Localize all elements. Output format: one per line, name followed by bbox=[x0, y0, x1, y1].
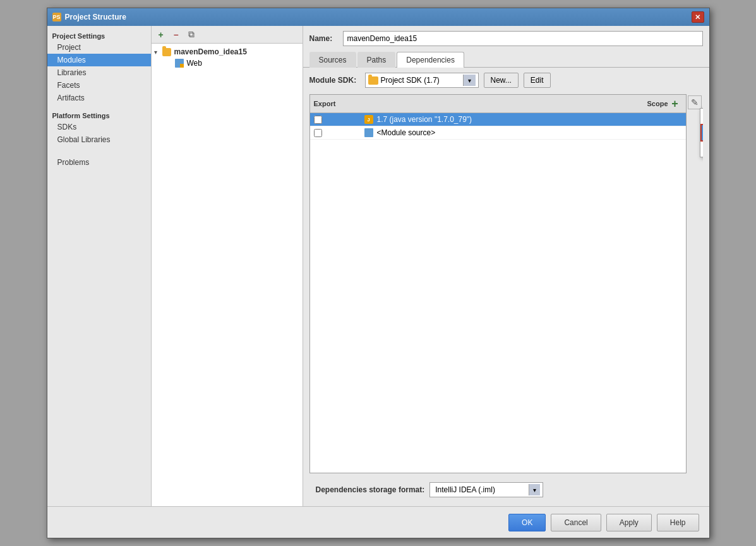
copy-module-button[interactable]: ⧉ bbox=[184, 28, 198, 42]
sidebar-item-artifacts[interactable]: Artifacts bbox=[47, 92, 151, 104]
add-module-button[interactable]: + bbox=[154, 28, 168, 42]
project-settings-heading: Project Settings bbox=[47, 30, 151, 41]
bottom-bar: OK Cancel Apply Help bbox=[47, 506, 709, 538]
sdk-select[interactable]: Project SDK (1.7) ▾ bbox=[365, 73, 479, 88]
dialog-title: Project Structure bbox=[65, 13, 692, 21]
module-folder-icon bbox=[162, 47, 172, 56]
module-sdk-label: Module SDK: bbox=[309, 76, 360, 85]
new-sdk-button[interactable]: New... bbox=[484, 73, 519, 88]
tab-paths[interactable]: Paths bbox=[357, 52, 396, 68]
sdk-dropdown-arrow[interactable]: ▾ bbox=[463, 75, 476, 86]
storage-format-label: Dependencies storage format: bbox=[316, 485, 425, 494]
sidebar-item-libraries[interactable]: Libraries bbox=[47, 66, 151, 79]
sidebar: Project Settings Project Modules Librari… bbox=[47, 26, 152, 506]
tree-root-item[interactable]: ▾ mavenDemo_idea15 bbox=[152, 46, 303, 58]
dependencies-content: Module SDK: Project SDK (1.7) ▾ New... E… bbox=[303, 68, 709, 506]
dep-source-export-cell bbox=[314, 129, 364, 137]
tree-arrow-icon: ▾ bbox=[154, 49, 162, 56]
source-icon bbox=[364, 128, 375, 137]
add-dep-button[interactable]: + bbox=[668, 97, 682, 111]
dep-export-checkbox[interactable] bbox=[314, 116, 322, 124]
tab-dependencies[interactable]: Dependencies bbox=[397, 52, 464, 68]
name-row: Name: bbox=[303, 26, 709, 51]
apply-button[interactable]: Apply bbox=[606, 514, 652, 531]
cancel-button[interactable]: Cancel bbox=[551, 514, 601, 531]
sdk-row: Module SDK: Project SDK (1.7) ▾ New... E… bbox=[309, 73, 703, 88]
add-dep-popup: 1 JARs or directories... 2 Library... bbox=[700, 108, 703, 157]
module-panel: + − ⧉ ▾ mavenDemo_idea15 bbox=[152, 26, 303, 506]
dep-source-export-checkbox[interactable] bbox=[314, 129, 322, 137]
sdk-value: Project SDK (1.7) bbox=[381, 76, 463, 85]
sidebar-item-global-libraries[interactable]: Global Libraries bbox=[47, 133, 151, 146]
dep-table: Export Scope + bbox=[309, 94, 687, 473]
web-item-label: Web bbox=[187, 59, 202, 68]
dep-row-source[interactable]: <Module source> bbox=[310, 126, 686, 140]
name-input[interactable] bbox=[343, 31, 703, 46]
jdk-icon: J bbox=[364, 115, 375, 124]
dep-export-cell bbox=[314, 116, 364, 124]
sidebar-item-problems[interactable]: Problems bbox=[47, 156, 151, 169]
web-module-icon bbox=[174, 59, 184, 68]
dep-source-label: <Module source> bbox=[377, 128, 606, 137]
add-dep-container: + bbox=[668, 97, 682, 111]
module-root-label: mavenDemo_idea15 bbox=[174, 47, 247, 56]
ok-button[interactable]: OK bbox=[508, 514, 546, 531]
dialog-icon: PS bbox=[52, 13, 61, 21]
dep-table-wrapper: Export Scope + bbox=[309, 94, 703, 473]
storage-dropdown-arrow[interactable]: ▾ bbox=[529, 484, 540, 495]
dep-row-jdk[interactable]: J 1.7 (java version "1.7.0_79") bbox=[310, 113, 686, 126]
popup-item-jars[interactable]: 1 JARs or directories... bbox=[700, 109, 703, 124]
remove-module-button[interactable]: − bbox=[169, 28, 183, 42]
dep-table-header: Export Scope + bbox=[310, 95, 686, 113]
col-export-header: Export bbox=[314, 100, 364, 107]
storage-select[interactable]: IntelliJ IDEA (.iml) ▾ bbox=[429, 482, 543, 497]
edit-dep-button[interactable]: ✎ bbox=[688, 95, 702, 109]
project-structure-dialog: PS Project Structure ✕ Project Settings … bbox=[47, 8, 710, 538]
dialog-body: Project Settings Project Modules Librari… bbox=[47, 26, 709, 506]
platform-settings-heading: Platform Settings bbox=[47, 109, 151, 121]
tree-child-container: Web bbox=[152, 58, 303, 69]
module-tree: ▾ mavenDemo_idea15 bbox=[152, 44, 303, 506]
edit-sdk-button[interactable]: Edit bbox=[524, 73, 551, 88]
col-scope-header: Scope bbox=[592, 100, 668, 107]
tabs-row: Sources Paths Dependencies bbox=[303, 51, 709, 68]
module-toolbar: + − ⧉ bbox=[152, 26, 303, 44]
content-panel: Name: Sources Paths Dependencies M bbox=[303, 26, 709, 506]
sidebar-item-sdks[interactable]: SDKs bbox=[47, 121, 151, 133]
name-label: Name: bbox=[309, 34, 338, 43]
sidebar-item-modules[interactable]: Modules bbox=[47, 54, 151, 66]
popup-item-module-dep[interactable]: 3 Module Dependency... bbox=[700, 142, 703, 157]
popup-item-library[interactable]: 2 Library... bbox=[700, 124, 703, 142]
sidebar-item-facets[interactable]: Facets bbox=[47, 79, 151, 92]
title-bar: PS Project Structure ✕ bbox=[47, 8, 709, 26]
tab-sources[interactable]: Sources bbox=[309, 52, 356, 68]
help-button[interactable]: Help bbox=[657, 514, 699, 531]
storage-row: Dependencies storage format: IntelliJ ID… bbox=[309, 478, 703, 501]
sidebar-item-project[interactable]: Project bbox=[47, 41, 151, 54]
tree-web-item[interactable]: Web bbox=[164, 58, 303, 69]
storage-value: IntelliJ IDEA (.iml) bbox=[433, 485, 526, 494]
dep-jdk-label: 1.7 (java version "1.7.0_79") bbox=[377, 115, 606, 124]
close-button[interactable]: ✕ bbox=[692, 11, 704, 23]
sdk-folder-icon bbox=[368, 76, 378, 85]
